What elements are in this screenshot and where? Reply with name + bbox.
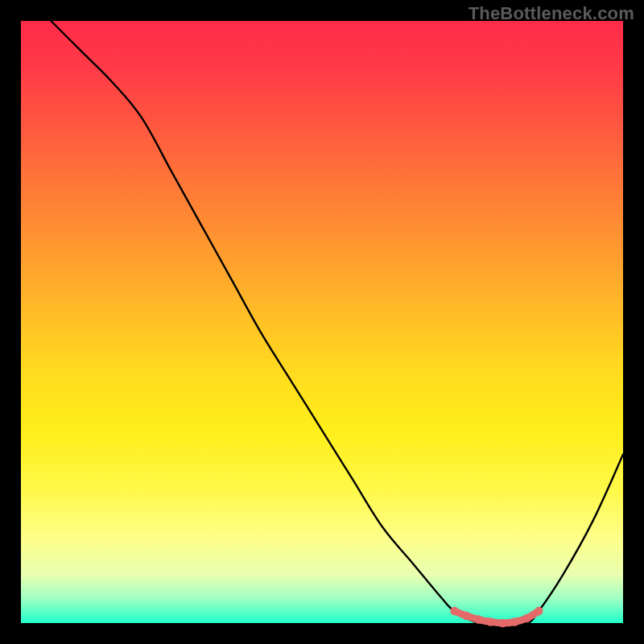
valley-dot [522,614,530,622]
valley-dot [486,617,494,625]
chart-frame: TheBottleneck.com [0,0,644,644]
valley-dot [474,615,482,623]
curve-layer [21,21,623,623]
valley-dot [498,619,506,627]
valley-dot [462,612,470,620]
main-curve [51,21,623,624]
valley-dot [450,607,458,615]
valley-dot [510,617,518,625]
watermark-text: TheBottleneck.com [469,3,634,24]
plot-area [21,21,623,623]
valley-dot [535,607,543,615]
